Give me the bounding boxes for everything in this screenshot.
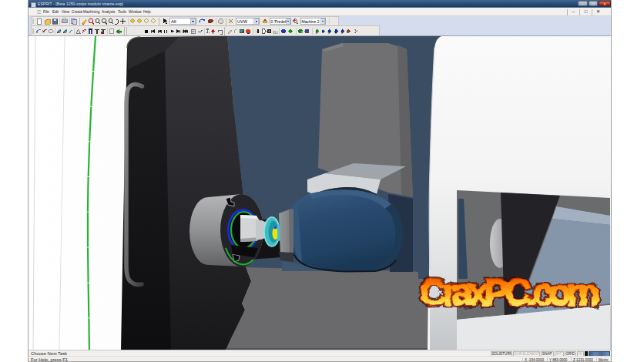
svg-text:Machine 2: Machine 2 <box>302 19 320 24</box>
svg-text:UVW: UVW <box>237 19 248 24</box>
svg-text:XLI: XLI <box>273 31 278 35</box>
svg-text:CraxPC.com: CraxPC.com <box>420 272 599 313</box>
svg-text:All: All <box>171 19 176 24</box>
